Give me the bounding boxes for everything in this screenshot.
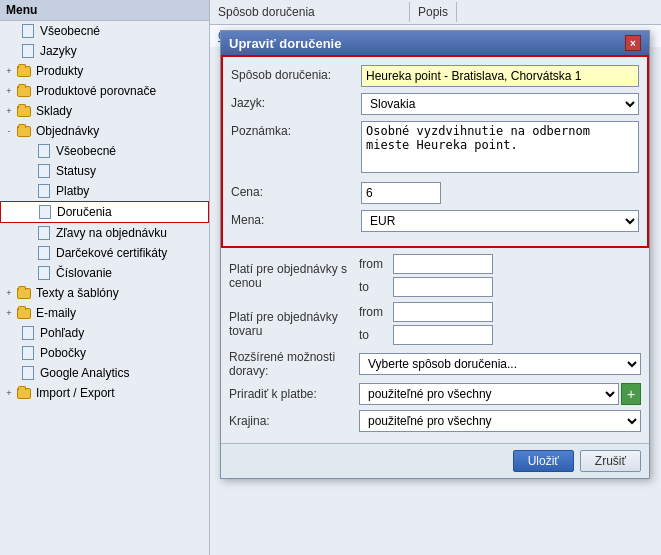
sidebar-item-darkove[interactable]: Darčekové certifikáty [0, 243, 209, 263]
cancel-button[interactable]: Zrušiť [580, 450, 641, 472]
modal-close-button[interactable]: × [625, 35, 641, 51]
doc-icon [36, 163, 52, 179]
mena-select[interactable]: EUR [361, 210, 639, 232]
sidebar-item-vseobecne2[interactable]: Všeobecné [0, 141, 209, 161]
sidebar-item-sklady[interactable]: + Sklady [0, 101, 209, 121]
cena-input[interactable] [361, 182, 441, 204]
sidebar-item-jazyky[interactable]: Jazyky [0, 41, 209, 61]
to-label-cena: to [359, 280, 389, 294]
from-label-cena: from [359, 257, 389, 271]
table-header: Spôsob doručenia Popis [210, 0, 661, 25]
textarea-poznamka: Osobné vyzdvihnutie na odbernom mieste H… [361, 121, 639, 176]
sidebar-item-texty[interactable]: + Texty a šablóny [0, 283, 209, 303]
rozsirene-select[interactable]: Vyberte spôsob doručenia... [359, 353, 641, 375]
from-label-tovar: from [359, 305, 389, 319]
jazyk-select[interactable]: Slovakia [361, 93, 639, 115]
sidebar-item-platby[interactable]: Platby [0, 181, 209, 201]
sidebar-header: Menu [0, 0, 209, 21]
to-tovar-input[interactable] [393, 325, 493, 345]
priradit-plus-button[interactable]: + [621, 383, 641, 405]
modal-title-bar: Upraviť doručenie × [221, 31, 649, 55]
sidebar-item-dorucenia[interactable]: Doručenia [0, 201, 209, 223]
modal-footer: Uložiť Zrušiť [221, 443, 649, 478]
expand-icon[interactable]: + [4, 106, 14, 116]
priradit-select[interactable]: použiteľné pro všechny [359, 383, 619, 405]
sidebar-item-label: Statusy [56, 164, 96, 178]
from-tovar-input[interactable] [393, 302, 493, 322]
sidebar-item-label: Platby [56, 184, 89, 198]
sidebar-item-zlavy[interactable]: Zľavy na objednávku [0, 223, 209, 243]
priradit-group: použiteľné pro všechny + [359, 383, 641, 405]
label-poznamka: Poznámka: [231, 121, 361, 138]
modal-edit-dorucenie: Upraviť doručenie × Spôsob doručenia: Ja… [220, 30, 650, 479]
sidebar-item-produktove[interactable]: + Produktové porovnače [0, 81, 209, 101]
sposob-input[interactable] [361, 65, 639, 87]
doc-icon [36, 143, 52, 159]
label-krajina: Krajina: [229, 414, 359, 428]
expand-icon[interactable]: - [4, 126, 14, 136]
input-sposob [361, 65, 639, 87]
label-plati-cena: Platí pre objednávky s cenou [229, 262, 359, 290]
folder-icon [16, 123, 32, 139]
sidebar-item-label: Texty a šablóny [36, 286, 119, 300]
poznamka-textarea[interactable]: Osobné vyzdvihnutie na odbernom mieste H… [361, 121, 639, 173]
sidebar-item-pobocky[interactable]: Pobočky [0, 343, 209, 363]
form-row-krajina: Krajina: použiteľné pro všechny [229, 410, 641, 432]
label-mena: Mena: [231, 210, 361, 227]
sidebar-item-label: Všeobecné [40, 24, 100, 38]
form-row-plati-tovar: Platí pre objednávky tovaru from to [229, 302, 641, 345]
sidebar-item-label: Doručenia [57, 205, 112, 219]
to-row-cena: to [359, 277, 641, 297]
doc-icon [20, 365, 36, 381]
form-row-sposob: Spôsob doručenia: [231, 65, 639, 87]
sidebar-item-label: Sklady [36, 104, 72, 118]
sidebar-item-cislovanie[interactable]: Číslovanie [0, 263, 209, 283]
sidebar-item-import[interactable]: + Import / Export [0, 383, 209, 403]
sidebar-item-label: Pobočky [40, 346, 86, 360]
sidebar-item-label: Všeobecné [56, 144, 116, 158]
modal-title: Upraviť doručenie [229, 36, 341, 51]
label-priradit: Priradiť k platbe: [229, 387, 359, 401]
folder-icon [16, 103, 32, 119]
expand-icon[interactable]: + [4, 288, 14, 298]
sidebar-item-statusy[interactable]: Statusy [0, 161, 209, 181]
sidebar-item-label: Číslovanie [56, 266, 112, 280]
folder-icon [16, 63, 32, 79]
sidebar-item-vseobecne[interactable]: Všeobecné [0, 21, 209, 41]
col-sposob: Spôsob doručenia [210, 2, 410, 22]
from-row-tovar: from [359, 302, 641, 322]
sidebar-item-label: Darčekové certifikáty [56, 246, 167, 260]
to-cena-input[interactable] [393, 277, 493, 297]
doc-icon [20, 345, 36, 361]
doc-icon [20, 23, 36, 39]
sidebar-item-label: Jazyky [40, 44, 77, 58]
select-jazyk: Slovakia [361, 93, 639, 115]
input-cena [361, 182, 639, 204]
sidebar-item-pohlady[interactable]: Pohľady [0, 323, 209, 343]
expand-icon[interactable]: + [4, 308, 14, 318]
doc-icon [20, 325, 36, 341]
expand-icon[interactable]: + [4, 66, 14, 76]
sidebar-item-emaily[interactable]: + E-maily [0, 303, 209, 323]
form-row-rozsirene: Rozšírené možnosti doravy: Vyberte spôso… [229, 350, 641, 378]
form-row-poznamka: Poznámka: Osobné vyzdvihnutie na odberno… [231, 121, 639, 176]
krajina-select[interactable]: použiteľné pro všechny [359, 410, 641, 432]
sidebar-item-analytics[interactable]: Google Analytics [0, 363, 209, 383]
doc-icon [36, 265, 52, 281]
from-cena-input[interactable] [393, 254, 493, 274]
sidebar-item-label: E-maily [36, 306, 76, 320]
sidebar-item-produkty[interactable]: + Produkty [0, 61, 209, 81]
folder-icon [16, 385, 32, 401]
expand-icon[interactable]: + [4, 388, 14, 398]
from-row-cena: from [359, 254, 641, 274]
sidebar-item-label: Objednávky [36, 124, 99, 138]
save-button[interactable]: Uložiť [513, 450, 574, 472]
modal-extra: Platí pre objednávky s cenou from to Pla… [221, 248, 649, 443]
sidebar-item-objednavky[interactable]: - Objednávky [0, 121, 209, 141]
form-row-mena: Mena: EUR [231, 210, 639, 232]
expand-icon[interactable]: + [4, 86, 14, 96]
folder-icon [16, 83, 32, 99]
from-to-group-tovar: from to [359, 302, 641, 345]
label-jazyk: Jazyk: [231, 93, 361, 110]
form-row-priradit: Priradiť k platbe: použiteľné pro všechn… [229, 383, 641, 405]
